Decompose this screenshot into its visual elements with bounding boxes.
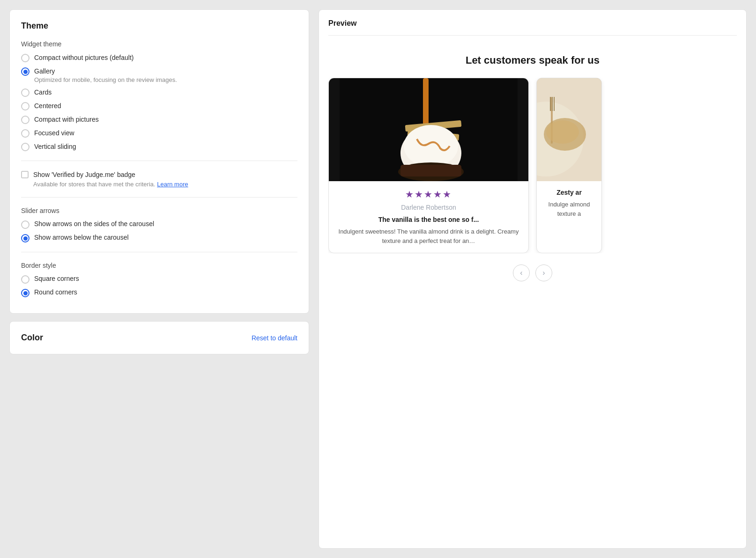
svg-point-15 — [546, 120, 579, 144]
review-body-1: Zesty ar Indulge almond texture a — [537, 181, 601, 226]
widget-theme-label: Widget theme — [21, 40, 297, 48]
prev-arrow[interactable]: ‹ — [513, 264, 530, 281]
review-title-0: The vanilla is the best one so f... — [336, 216, 521, 223]
preview-content: Let customers speak for us — [328, 45, 737, 539]
color-header: Color Reset to default — [10, 322, 309, 354]
radio-compact-default[interactable] — [21, 54, 30, 62]
preview-heading: Let customers speak for us — [466, 54, 600, 66]
option-gallery[interactable]: Gallery Optimized for mobile, focusing o… — [21, 67, 297, 83]
review-body-0: ★★★★★ Darlene Robertson The vanilla is t… — [329, 181, 528, 253]
review-text-1: Indulge almond texture a — [544, 200, 594, 218]
stars-0: ★★★★★ — [336, 189, 521, 200]
badge-label: Show 'Verified by Judge.me' badge — [33, 171, 135, 178]
theme-card: Theme Widget theme Compact without pictu… — [9, 9, 309, 314]
radio-round-corners[interactable] — [21, 289, 30, 297]
radio-arrows-below[interactable] — [21, 234, 30, 242]
divider-1 — [21, 161, 297, 161]
option-focused[interactable]: Focused view — [21, 129, 297, 138]
border-style-label: Border style — [21, 262, 297, 269]
divider-3 — [21, 252, 297, 252]
label-square-corners: Square corners — [34, 275, 79, 282]
next-arrow[interactable]: › — [535, 264, 552, 281]
svg-point-5 — [404, 125, 458, 167]
svg-rect-12 — [552, 97, 553, 111]
divider-2 — [21, 197, 297, 198]
label-round-corners: Round corners — [34, 288, 77, 296]
svg-rect-11 — [550, 97, 551, 111]
label-compact-pictures: Compact with pictures — [34, 116, 99, 123]
radio-centered[interactable] — [21, 102, 30, 110]
reset-to-default-link[interactable]: Reset to default — [252, 334, 297, 342]
option-centered[interactable]: Centered — [21, 102, 297, 110]
reviewer-name-0: Darlene Robertson — [336, 204, 521, 211]
label-arrows-below: Show arrows below the carousel — [34, 234, 129, 241]
review-text-0: Indulgent sweetness! The vanilla almond … — [336, 227, 521, 245]
left-panel: Theme Widget theme Compact without pictu… — [9, 9, 309, 549]
option-vertical[interactable]: Vertical sliding — [21, 142, 297, 151]
svg-rect-7 — [400, 165, 461, 176]
color-title: Color — [21, 333, 43, 343]
preview-title: Preview — [328, 19, 737, 36]
slider-arrows-label: Slider arrows — [21, 207, 297, 214]
right-panel: Preview Let customers speak for us — [319, 9, 747, 549]
border-options: Square corners Round corners — [21, 275, 297, 297]
label-compact-default: Compact without pictures (default) — [34, 54, 133, 61]
label-focused: Focused view — [34, 129, 74, 137]
option-round-corners[interactable]: Round corners — [21, 288, 297, 297]
radio-cards[interactable] — [21, 88, 30, 97]
review-image-0 — [329, 78, 528, 181]
radio-compact-pictures[interactable] — [21, 116, 30, 124]
label-centered: Centered — [34, 102, 61, 110]
gallery-sublabel: Optimized for mobile, focusing on the re… — [34, 76, 177, 83]
svg-rect-13 — [554, 97, 555, 111]
label-gallery: Gallery — [34, 67, 55, 75]
theme-title: Theme — [21, 21, 297, 31]
badge-checkbox[interactable] — [21, 171, 29, 178]
radio-vertical[interactable] — [21, 143, 30, 151]
review-image-1 — [537, 78, 601, 181]
option-cards[interactable]: Cards — [21, 88, 297, 97]
learn-more-link[interactable]: Learn more — [157, 181, 188, 188]
option-arrows-sides[interactable]: Show arrows on the sides of the carousel — [21, 220, 297, 229]
label-vertical: Vertical sliding — [34, 143, 76, 150]
radio-focused[interactable] — [21, 129, 30, 138]
preview-cards: ★★★★★ Darlene Robertson The vanilla is t… — [328, 78, 737, 253]
radio-gallery[interactable] — [21, 67, 30, 76]
option-square-corners[interactable]: Square corners — [21, 275, 297, 284]
food-svg — [537, 78, 601, 181]
option-arrows-below[interactable]: Show arrows below the carousel — [21, 234, 297, 242]
dessert-svg — [329, 78, 528, 181]
badge-row: Show 'Verified by Judge.me' badge Availa… — [21, 170, 297, 188]
review-title-1: Zesty ar — [544, 189, 594, 196]
label-cards: Cards — [34, 88, 52, 96]
slider-options: Show arrows on the sides of the carousel… — [21, 220, 297, 242]
color-card: Color Reset to default — [9, 321, 309, 354]
preview-nav: ‹ › — [513, 264, 552, 281]
radio-square-corners[interactable] — [21, 275, 30, 284]
review-card-0: ★★★★★ Darlene Robertson The vanilla is t… — [328, 78, 529, 253]
badge-section: Show 'Verified by Judge.me' badge Availa… — [21, 170, 297, 188]
widget-theme-options: Compact without pictures (default) Galle… — [21, 53, 297, 151]
badge-sublabel: Available for stores that have met the c… — [33, 181, 188, 188]
review-card-1: Zesty ar Indulge almond texture a — [536, 78, 602, 253]
option-compact-default[interactable]: Compact without pictures (default) — [21, 53, 297, 62]
option-compact-pictures[interactable]: Compact with pictures — [21, 115, 297, 124]
radio-arrows-sides[interactable] — [21, 220, 30, 229]
label-arrows-sides: Show arrows on the sides of the carousel — [34, 220, 154, 228]
